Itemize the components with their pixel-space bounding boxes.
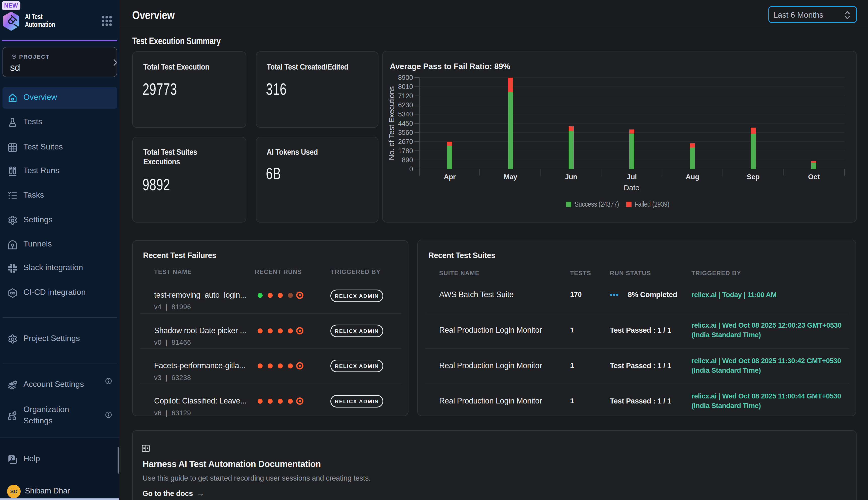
svg-text:7120: 7120	[398, 92, 413, 100]
svg-text:5340: 5340	[398, 110, 413, 118]
svg-text:1780: 1780	[398, 147, 413, 155]
svg-text:Jul: Jul	[627, 173, 637, 181]
svg-text:Jun: Jun	[565, 173, 577, 181]
svg-text:?: ?	[10, 455, 13, 461]
svg-text:No. of Test Executions: No. of Test Executions	[387, 86, 396, 160]
svg-text:May: May	[504, 173, 517, 181]
svg-text:0: 0	[409, 165, 413, 173]
svg-text:2670: 2670	[398, 138, 413, 145]
svg-text:Oct: Oct	[808, 173, 820, 181]
svg-text:Failed (2939): Failed (2939)	[635, 200, 669, 208]
svg-text:8010: 8010	[398, 83, 413, 90]
svg-text:Date: Date	[624, 183, 640, 192]
svg-text:3560: 3560	[398, 129, 413, 136]
svg-text:Aug: Aug	[686, 173, 699, 181]
svg-text:Average Pass to Fail Ratio: 89: Average Pass to Fail Ratio: 89%	[390, 62, 510, 71]
svg-text:Sep: Sep	[747, 173, 760, 181]
svg-text:4450: 4450	[398, 120, 413, 127]
svg-text:6230: 6230	[398, 101, 413, 109]
svg-text:Success (24377): Success (24377)	[575, 200, 619, 208]
svg-text:8900: 8900	[398, 74, 413, 81]
svg-text:890: 890	[402, 156, 413, 164]
svg-text:Apr: Apr	[444, 173, 456, 181]
